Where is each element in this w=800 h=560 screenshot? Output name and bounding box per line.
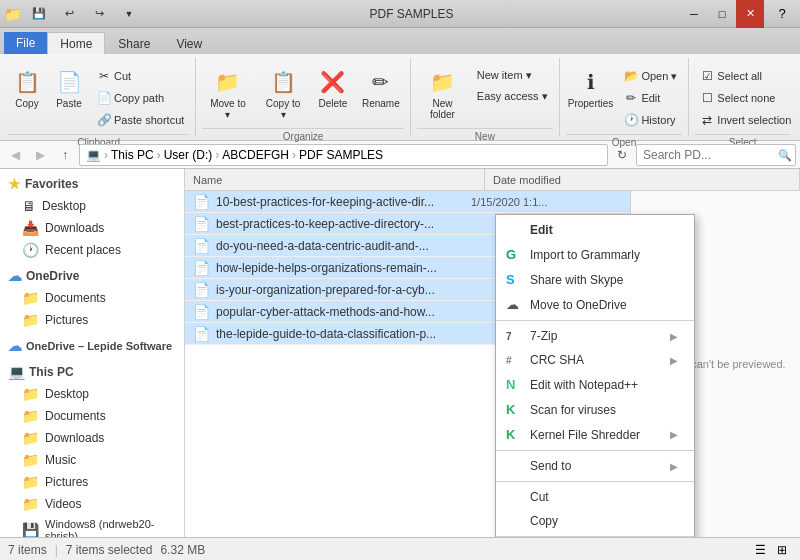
properties-button[interactable]: ℹ Properties xyxy=(566,62,616,113)
invert-selection-button[interactable]: ⇄ Invert selection xyxy=(695,110,796,130)
ctx-scan-viruses[interactable]: K Scan for viruses xyxy=(496,397,694,422)
breadcrumb[interactable]: 💻 › This PC › User (D:) › ABCDEFGH › PDF… xyxy=(79,144,608,166)
ctx-crcsha[interactable]: # CRC SHA ▶ xyxy=(496,348,694,372)
up-button[interactable]: ↑ xyxy=(54,144,76,166)
favorites-header[interactable]: ★ Favorites xyxy=(0,173,184,195)
close-button[interactable]: ✕ xyxy=(736,0,764,28)
ctx-sendto-arrow: ▶ xyxy=(670,461,678,472)
sidebar-item-pc-desktop[interactable]: 📁 Desktop xyxy=(0,383,184,405)
file-list-header: Name Date modified xyxy=(185,169,800,191)
save-quick-btn[interactable]: 💾 xyxy=(25,0,53,28)
sidebar-item-pictures[interactable]: 📁 Pictures xyxy=(0,309,184,331)
ctx-share-skype[interactable]: S Share with Skype xyxy=(496,267,694,292)
paste-shortcut-button[interactable]: 🔗 Paste shortcut xyxy=(92,110,189,130)
sidebar-item-pc-pictures[interactable]: 📁 Pictures xyxy=(0,471,184,493)
ctx-edit-notepad[interactable]: N Edit with Notepad++ xyxy=(496,372,694,397)
breadcrumb-abc[interactable]: ABCDEFGH xyxy=(222,148,289,162)
copy-path-icon: 📄 xyxy=(97,91,111,105)
sidebar-item-windows8a[interactable]: 💾 Windows8 (ndrweb20-shrish) xyxy=(0,515,184,537)
file-name: best-practices-to-keep-active-directory-… xyxy=(216,217,471,231)
cut-button[interactable]: ✂ Cut xyxy=(92,66,189,86)
new-folder-button[interactable]: 📁 New folder xyxy=(417,62,468,124)
details-view-button[interactable]: ☰ xyxy=(750,540,770,560)
help-button[interactable]: ? xyxy=(768,0,796,28)
onedrive-lepide-header[interactable]: ☁ OneDrive – Lepide Software xyxy=(0,335,184,357)
copy-label: Copy xyxy=(15,98,38,109)
select-none-button[interactable]: ☐ Select none xyxy=(695,88,796,108)
ctx-move-onedrive[interactable]: ☁ Move to OneDrive xyxy=(496,292,694,317)
favorites-section: ★ Favorites 🖥 Desktop 📥 Downloads 🕐 Rece… xyxy=(0,173,184,261)
copy-icon: 📋 xyxy=(11,66,43,98)
refresh-button[interactable]: ↻ xyxy=(611,144,633,166)
open-group-content: ℹ Properties 📂 Open ▾ ✏ Edit 🕐 History xyxy=(566,58,683,130)
ctx-kernel-arrow: ▶ xyxy=(670,429,678,440)
customize-quick-btn[interactable]: ▼ xyxy=(115,0,143,28)
sidebar-item-documents[interactable]: 📁 Documents xyxy=(0,287,184,309)
ctx-edit[interactable]: Edit xyxy=(496,218,694,242)
file-name: do-you-need-a-data-centric-audit-and-... xyxy=(216,239,471,253)
select-all-label: Select all xyxy=(717,70,762,82)
thispc-header[interactable]: 💻 This PC xyxy=(0,361,184,383)
ctx-grammarly-icon: G xyxy=(506,247,522,262)
history-btn[interactable]: 🕐 History xyxy=(619,110,682,130)
tab-home[interactable]: Home xyxy=(47,32,105,54)
sidebar-item-recent[interactable]: 🕐 Recent places xyxy=(0,239,184,261)
sidebar-item-pc-documents[interactable]: 📁 Documents xyxy=(0,405,184,427)
breadcrumb-icon: 💻 xyxy=(86,148,101,162)
ctx-7zip-icon: 7 xyxy=(506,331,522,342)
back-button[interactable]: ◀ xyxy=(4,144,26,166)
breadcrumb-user[interactable]: User (D:) xyxy=(164,148,213,162)
sidebar-item-pc-downloads[interactable]: 📁 Downloads xyxy=(0,427,184,449)
new-small-btns: New item ▾ Easy access ▾ xyxy=(472,62,553,106)
copy-button[interactable]: 📋 Copy xyxy=(8,62,46,113)
delete-button[interactable]: ❌ Delete xyxy=(312,62,353,113)
new-group-label: New xyxy=(417,128,553,142)
edit-btn[interactable]: ✏ Edit xyxy=(619,88,682,108)
open-label: Open ▾ xyxy=(641,70,677,83)
paste-button[interactable]: 📄 Paste xyxy=(50,62,88,113)
desktop-label: Desktop xyxy=(42,199,86,213)
thispc-section: 💻 This PC 📁 Desktop 📁 Documents 📁 Downlo… xyxy=(0,361,184,537)
minimize-button[interactable]: ─ xyxy=(680,0,708,28)
ctx-7zip[interactable]: 7 7-Zip ▶ xyxy=(496,324,694,348)
select-all-button[interactable]: ☑ Select all xyxy=(695,66,796,86)
redo-quick-btn[interactable]: ↪ xyxy=(85,0,113,28)
sidebar-item-pc-music[interactable]: 📁 Music xyxy=(0,449,184,471)
status-size: 6.32 MB xyxy=(161,543,206,557)
rename-button[interactable]: ✏ Rename xyxy=(358,62,405,113)
paste-shortcut-icon: 🔗 xyxy=(97,113,111,127)
ctx-copy[interactable]: Copy xyxy=(496,509,694,533)
col-header-name[interactable]: Name xyxy=(185,169,485,190)
undo-quick-btn[interactable]: ↩ xyxy=(55,0,83,28)
history-label: History xyxy=(641,114,675,126)
pc-desktop-icon: 📁 xyxy=(22,386,39,402)
tab-view[interactable]: View xyxy=(163,32,215,54)
onedrive-header[interactable]: ☁ OneDrive xyxy=(0,265,184,287)
sidebar-item-desktop[interactable]: 🖥 Desktop xyxy=(0,195,184,217)
easy-access-button[interactable]: Easy access ▾ xyxy=(472,87,553,106)
breadcrumb-pdf[interactable]: PDF SAMPLES xyxy=(299,148,383,162)
col-header-date[interactable]: Date modified xyxy=(485,169,800,190)
move-to-button[interactable]: 📁 Move to ▾ xyxy=(202,62,254,124)
copy-to-button[interactable]: 📋 Copy to ▾ xyxy=(258,62,309,124)
edit-icon: ✏ xyxy=(624,91,638,105)
maximize-button[interactable]: □ xyxy=(708,0,736,28)
sidebar-item-pc-videos[interactable]: 📁 Videos xyxy=(0,493,184,515)
open-btn[interactable]: 📂 Open ▾ xyxy=(619,66,682,86)
quick-access-toolbar: 💾 ↩ ↪ ▼ xyxy=(25,0,143,28)
forward-button[interactable]: ▶ xyxy=(29,144,51,166)
copy-path-button[interactable]: 📄 Copy path xyxy=(92,88,189,108)
search-input[interactable] xyxy=(636,144,796,166)
large-icons-view-button[interactable]: ⊞ xyxy=(772,540,792,560)
tab-file[interactable]: File xyxy=(4,32,47,54)
ctx-import-grammarly[interactable]: G Import to Grammarly xyxy=(496,242,694,267)
ctx-send-to[interactable]: Send to ▶ xyxy=(496,454,694,478)
ctx-cut-label: Cut xyxy=(530,490,678,504)
ctx-kernel-shredder[interactable]: K Kernel File Shredder ▶ xyxy=(496,422,694,447)
breadcrumb-thispc[interactable]: This PC xyxy=(111,148,154,162)
new-item-button[interactable]: New item ▾ xyxy=(472,66,553,85)
ctx-cut[interactable]: Cut xyxy=(496,485,694,509)
tab-share[interactable]: Share xyxy=(105,32,163,54)
clipboard-small-btns: ✂ Cut 📄 Copy path 🔗 Paste shortcut xyxy=(92,62,189,130)
sidebar-item-downloads[interactable]: 📥 Downloads xyxy=(0,217,184,239)
